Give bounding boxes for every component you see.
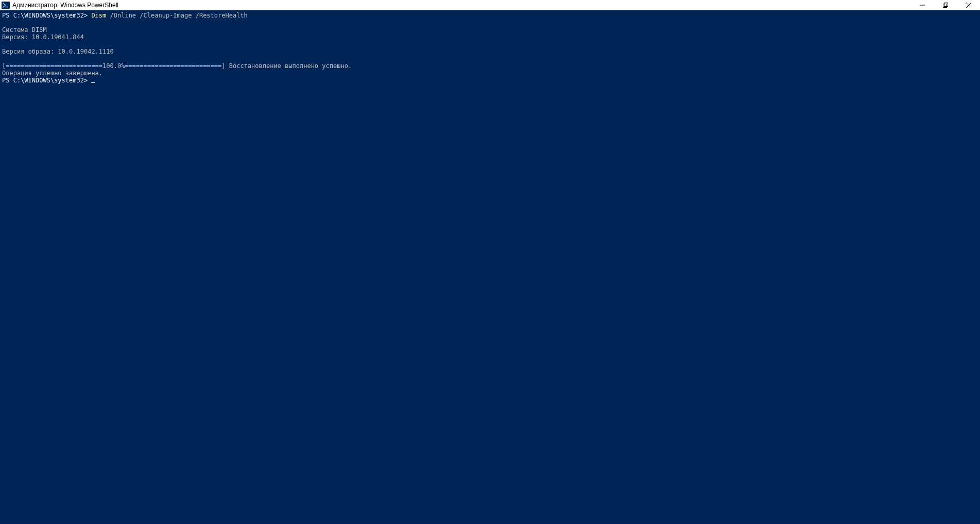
prompt-text: PS C:\WINDOWS\system32> xyxy=(2,77,91,84)
window-controls xyxy=(910,0,980,10)
prompt-text: PS C:\WINDOWS\system32> xyxy=(2,12,91,19)
powershell-app-icon xyxy=(2,1,10,9)
maximize-icon xyxy=(943,3,948,8)
maximize-button[interactable] xyxy=(934,0,957,10)
window-title: Администратор: Windows PowerShell xyxy=(12,2,118,9)
minimize-button[interactable] xyxy=(910,0,934,10)
output-line: [==========================100.0%=======… xyxy=(2,62,352,70)
output-line: Cистема DISM xyxy=(2,26,47,33)
minimize-icon xyxy=(920,3,925,8)
close-button[interactable] xyxy=(957,0,980,10)
powershell-window: Администратор: Windows PowerShell xyxy=(0,0,980,524)
terminal-area[interactable]: PS C:\WINDOWS\system32> Dism /Online /Cl… xyxy=(0,10,980,524)
svg-rect-4 xyxy=(944,3,948,7)
command-keyword: Dism xyxy=(91,12,106,19)
svg-rect-3 xyxy=(943,4,947,8)
command-args: /Online /Cleanup-Image /RestoreHealth xyxy=(106,12,248,19)
output-line: Операция успешно завершена. xyxy=(2,70,102,77)
output-line: Версия образа: 10.0.19042.1110 xyxy=(2,48,114,55)
output-line: Версия: 10.0.19041.844 xyxy=(2,33,84,41)
close-icon xyxy=(966,3,971,8)
cursor xyxy=(91,82,95,83)
titlebar[interactable]: Администратор: Windows PowerShell xyxy=(0,0,980,10)
